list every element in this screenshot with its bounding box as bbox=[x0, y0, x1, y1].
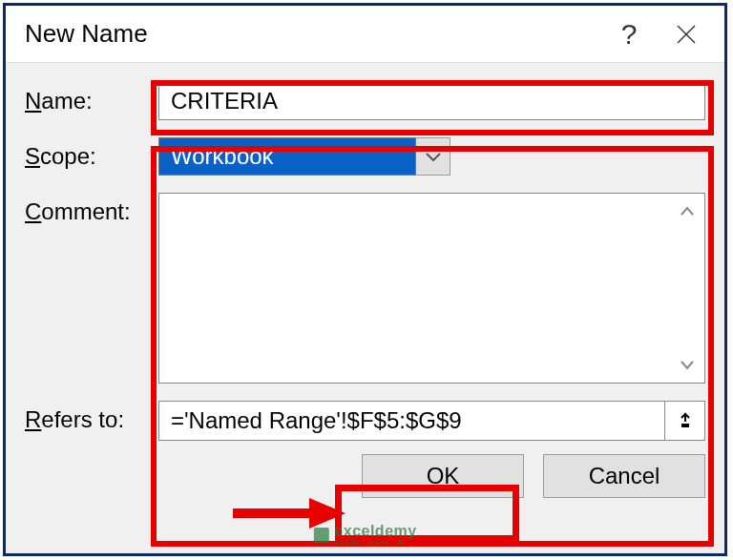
scroll-up-button[interactable] bbox=[674, 197, 701, 224]
new-name-dialog: New Name ? Name: Scope: Workbook bbox=[3, 3, 727, 556]
watermark: exceldemy EXCEL · DATA · BI bbox=[313, 524, 416, 546]
scope-value: Workbook bbox=[158, 137, 416, 176]
collapse-dialog-button[interactable] bbox=[665, 401, 705, 441]
refers-row: Refers to: ='Named Range'!$F$5:$G$9 bbox=[25, 401, 705, 441]
arrow-annotation bbox=[233, 494, 347, 532]
name-row: Name: bbox=[25, 82, 705, 120]
watermark-icon bbox=[313, 528, 328, 543]
refers-wrap: ='Named Range'!$F$5:$G$9 bbox=[158, 401, 705, 441]
ok-button[interactable]: OK bbox=[362, 454, 524, 498]
button-row: OK Cancel bbox=[6, 441, 724, 498]
comment-row: Comment: bbox=[25, 193, 705, 384]
refers-label: Refers to: bbox=[25, 401, 158, 433]
scope-dropdown-button[interactable] bbox=[416, 137, 450, 176]
chevron-down-icon bbox=[680, 360, 695, 371]
collapse-icon bbox=[676, 411, 695, 430]
scroll-down-button[interactable] bbox=[674, 352, 701, 379]
name-input[interactable] bbox=[158, 82, 705, 120]
titlebar: New Name ? bbox=[6, 6, 724, 63]
dialog-title: New Name bbox=[25, 19, 600, 49]
close-button[interactable] bbox=[658, 10, 715, 58]
close-icon bbox=[676, 24, 697, 45]
name-label: Name: bbox=[25, 82, 158, 114]
scope-row: Scope: Workbook bbox=[25, 137, 705, 176]
comment-textarea[interactable] bbox=[158, 193, 705, 384]
help-button[interactable]: ? bbox=[600, 10, 658, 58]
dialog-content: Name: Scope: Workbook Comment: bbox=[6, 63, 724, 441]
cancel-button[interactable]: Cancel bbox=[543, 454, 705, 498]
chevron-up-icon bbox=[680, 205, 695, 217]
chevron-down-icon bbox=[426, 152, 441, 161]
scope-label: Scope: bbox=[25, 137, 158, 170]
watermark-text: exceldemy EXCEL · DATA · BI bbox=[334, 524, 416, 546]
scope-dropdown[interactable]: Workbook bbox=[158, 137, 450, 176]
comment-label: Comment: bbox=[25, 193, 158, 225]
refers-input[interactable]: ='Named Range'!$F$5:$G$9 bbox=[158, 401, 665, 441]
svg-rect-2 bbox=[681, 424, 689, 427]
svg-marker-4 bbox=[309, 498, 346, 529]
